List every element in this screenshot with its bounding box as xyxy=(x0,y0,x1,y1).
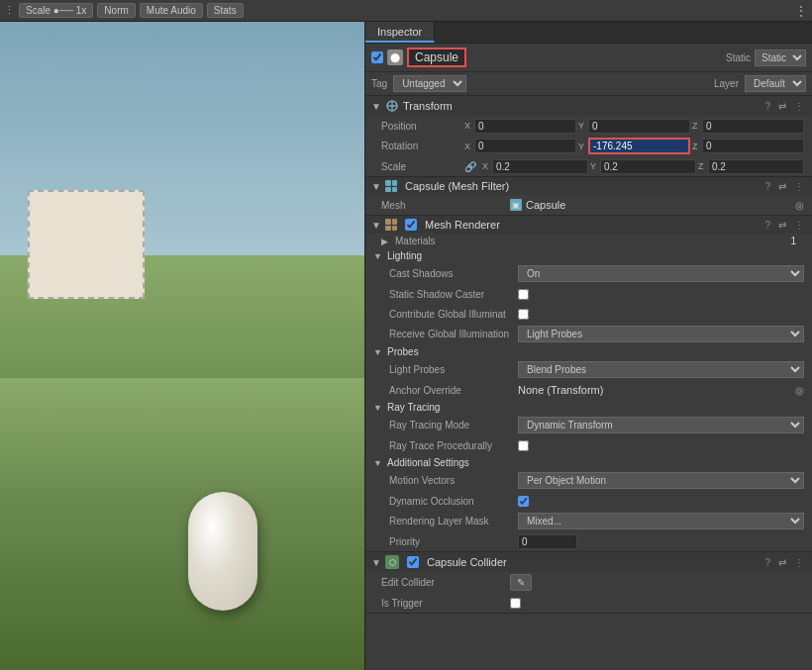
mute-audio-button[interactable]: Mute Audio xyxy=(140,3,203,18)
position-x-field: X xyxy=(464,119,576,134)
capsule-collider-menu[interactable]: ⋮ xyxy=(792,557,806,568)
capsule-collider-help[interactable]: ? xyxy=(762,557,772,568)
static-dropdown[interactable]: Static xyxy=(755,49,806,66)
mesh-filter-header[interactable]: ▼ Capsule (Mesh Filter) ? ⇄ ⋮ xyxy=(365,177,812,195)
scene-view[interactable] xyxy=(0,22,364,670)
mesh-filter-menu[interactable]: ⋮ xyxy=(792,181,806,192)
scale-x-axis: X xyxy=(482,161,491,171)
mesh-renderer-checkbox[interactable] xyxy=(405,219,417,231)
rotation-y-input[interactable] xyxy=(588,138,690,154)
probes-title: Probes xyxy=(387,346,419,357)
static-shadow-checkbox[interactable] xyxy=(518,289,529,300)
anchor-text: None (Transform) xyxy=(518,384,603,396)
transform-header[interactable]: ▼ Transform ? ⇄ ⋮ xyxy=(365,96,812,116)
scale-dropdown[interactable]: Scale ●── 1x xyxy=(19,3,93,18)
rotation-label: Rotation xyxy=(381,141,460,151)
capsule-collider-component: ▼ ⬡ Capsule Collider ? ⇄ ⋮ Edit Collider… xyxy=(365,552,812,614)
object-active-checkbox[interactable] xyxy=(371,51,383,63)
mesh-renderer-icon xyxy=(385,219,397,231)
mesh-renderer-arrow: ▼ xyxy=(371,220,381,231)
materials-arrow[interactable]: ▶ xyxy=(381,237,391,246)
anchor-row: Anchor Override None (Transform) ◎ xyxy=(365,380,812,400)
transform-settings[interactable]: ⇄ xyxy=(776,101,788,112)
rot-y-axis: Y xyxy=(578,142,587,151)
ray-trace-procedurally-checkbox[interactable] xyxy=(518,440,529,451)
transform-icon xyxy=(385,99,399,113)
lighting-title: Lighting xyxy=(387,250,422,261)
scale-y-input[interactable] xyxy=(600,159,696,174)
additional-settings-section[interactable]: ▼ Additional Settings xyxy=(365,455,812,470)
ray-tracing-arrow: ▼ xyxy=(373,403,383,413)
capsule-collider-checkbox[interactable] xyxy=(407,556,419,568)
inspector-scroll[interactable]: ▼ Transform ? ⇄ ⋮ Position xyxy=(365,96,812,670)
object-name[interactable]: Capsule xyxy=(407,48,466,67)
object-icon: ⬤ xyxy=(387,49,403,65)
transform-help[interactable]: ? xyxy=(762,101,772,112)
contribute-gi-row: Contribute Global Illuminat xyxy=(365,304,812,324)
is-trigger-row: Is Trigger xyxy=(365,593,812,613)
mesh-renderer-component: ▼ Mesh Renderer ? ⇄ ⋮ ▶ M xyxy=(365,216,812,552)
probes-section[interactable]: ▼ Probes xyxy=(365,344,812,359)
scale-y-field: Y xyxy=(590,159,696,174)
lighting-section[interactable]: ▼ Lighting xyxy=(365,248,812,263)
mesh-renderer-settings[interactable]: ⇄ xyxy=(776,220,788,231)
position-y-input[interactable] xyxy=(588,119,690,134)
mesh-filter-help[interactable]: ? xyxy=(762,181,772,192)
ray-tracing-section[interactable]: ▼ Ray Tracing xyxy=(365,400,812,415)
light-probes-dropdown[interactable]: Blend Probes xyxy=(518,361,804,378)
mesh-filter-settings[interactable]: ⇄ xyxy=(776,181,788,192)
scale-z-field: Z xyxy=(698,159,804,174)
tag-row: Tag Untagged Layer Default xyxy=(365,72,812,96)
cast-shadows-dropdown[interactable]: On xyxy=(518,265,804,282)
dynamic-occlusion-checkbox[interactable] xyxy=(518,496,529,507)
priority-row: Priority xyxy=(365,531,812,551)
capsule-collider-settings[interactable]: ⇄ xyxy=(776,557,788,568)
scale-x-input[interactable] xyxy=(492,159,588,174)
static-label: Static xyxy=(726,52,751,63)
edit-collider-button[interactable]: ✎ xyxy=(510,574,532,591)
mesh-renderer-menu[interactable]: ⋮ xyxy=(792,220,806,231)
rendering-layer-dropdown[interactable]: Mixed... xyxy=(518,513,804,529)
additional-settings-title: Additional Settings xyxy=(387,457,469,468)
mesh-filter-icon xyxy=(385,180,397,192)
main-area: Inspector ⬤ Capsule Static Static Tag Un… xyxy=(0,22,812,670)
mesh-filter-title: Capsule (Mesh Filter) xyxy=(405,180,759,192)
tag-select[interactable]: Untagged xyxy=(393,75,466,92)
scale-row: Scale 🔗 X Y Z xyxy=(365,156,812,176)
capsule-collider-title: Capsule Collider xyxy=(427,556,759,568)
contribute-gi-label: Contribute Global Illuminat xyxy=(389,309,518,320)
transform-menu[interactable]: ⋮ xyxy=(792,101,806,112)
rotation-y-field: Y xyxy=(578,138,690,154)
tab-inspector[interactable]: Inspector xyxy=(365,22,435,43)
contribute-gi-checkbox[interactable] xyxy=(518,309,529,320)
motion-vectors-dropdown[interactable]: Per Object Motion xyxy=(518,472,804,489)
cast-shadows-row: Cast Shadows On xyxy=(365,263,812,284)
scene-capsule-object xyxy=(188,492,257,611)
rotation-x-input[interactable] xyxy=(474,139,576,153)
pos-y-axis: Y xyxy=(578,121,587,131)
scale-link-icon[interactable]: 🔗 xyxy=(464,161,478,172)
toolbar-dots-right[interactable]: ⋮ xyxy=(794,3,808,19)
position-z-input[interactable] xyxy=(702,119,804,134)
scale-z-input[interactable] xyxy=(708,159,804,174)
stats-button[interactable]: Stats xyxy=(207,3,244,18)
probes-arrow: ▼ xyxy=(373,347,383,357)
norm-dropdown[interactable]: Norm xyxy=(97,3,135,18)
materials-label: Materials xyxy=(395,236,790,246)
inspector-panel: Inspector ⬤ Capsule Static Static Tag Un… xyxy=(364,22,812,670)
receive-gi-dropdown[interactable]: Light Probes xyxy=(518,326,804,342)
mesh-renderer-header[interactable]: ▼ Mesh Renderer ? ⇄ ⋮ xyxy=(365,216,812,234)
rotation-z-input[interactable] xyxy=(702,139,804,153)
layer-select[interactable]: Default xyxy=(745,75,806,92)
anchor-select-icon[interactable]: ◎ xyxy=(795,385,804,396)
is-trigger-checkbox[interactable] xyxy=(510,598,521,609)
receive-gi-label: Receive Global Illumination xyxy=(389,329,518,339)
toolbar-dots-left[interactable]: ⋮ xyxy=(4,4,15,17)
priority-input[interactable] xyxy=(518,534,577,549)
ray-tracing-mode-dropdown[interactable]: Dynamic Transform xyxy=(518,417,804,433)
position-x-input[interactable] xyxy=(474,119,576,134)
capsule-collider-header[interactable]: ▼ ⬡ Capsule Collider ? ⇄ ⋮ xyxy=(365,552,812,572)
dynamic-occlusion-label: Dynamic Occlusion xyxy=(389,496,518,507)
mesh-select-icon[interactable]: ◎ xyxy=(795,200,804,211)
mesh-renderer-help[interactable]: ? xyxy=(762,220,772,231)
